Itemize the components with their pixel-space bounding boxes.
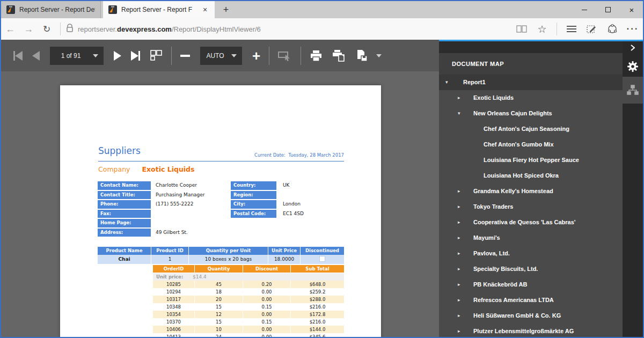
forward-icon[interactable]: → <box>19 24 38 35</box>
collapse-panel-chevron-icon[interactable] <box>623 42 643 53</box>
orders-table: OrderID Quantity Discount Sub Total Unit… <box>153 265 344 338</box>
web-note-icon[interactable] <box>582 20 602 38</box>
address-bar: ← → ↻ reportserver.devexpress.com/Report… <box>1 18 643 40</box>
tree-expand-icon[interactable]: ▾ <box>458 106 460 121</box>
next-page-button[interactable] <box>114 46 121 65</box>
docmap-item[interactable]: ▸Pavlova, Ltd. <box>439 246 623 261</box>
column-header: Sub Total <box>291 265 344 273</box>
field-label: Home Page: <box>98 219 151 227</box>
settings-gear-icon[interactable] <box>623 56 643 77</box>
field-label: Postal Code: <box>231 210 276 218</box>
tab-close-icon[interactable]: × <box>201 5 209 14</box>
report-server-favicon <box>108 5 117 14</box>
tree-expand-icon[interactable]: ▸ <box>458 261 460 277</box>
previous-page-button[interactable] <box>32 46 40 65</box>
document-map-header: DOCUMENT MAP <box>439 53 623 75</box>
column-header: Discount <box>243 265 291 273</box>
docmap-item[interactable]: ▸Grandma Kelly's Homestead <box>439 183 623 199</box>
refresh-icon[interactable]: ↻ <box>38 24 56 35</box>
reading-view-icon[interactable] <box>511 20 532 38</box>
page-selector-dropdown[interactable]: 1 of 91 <box>50 47 104 65</box>
tree-expand-icon[interactable]: ▸ <box>458 308 460 324</box>
field-label: Address: <box>98 229 151 237</box>
docmap-item[interactable]: ▸Specialty Biscuits, Ltd. <box>439 261 623 277</box>
url-text[interactable]: reportserver.devexpress.com/Report/Displ… <box>78 25 261 33</box>
divider <box>269 47 269 65</box>
unit-price-label: Unit price: <box>153 273 193 281</box>
unit-price-value: $14.4 <box>193 273 207 281</box>
column-header: Unit Price <box>268 247 301 255</box>
order-row: 10348150.15$216.0 <box>153 303 344 311</box>
chevron-down-icon <box>231 54 237 57</box>
tree-expand-icon[interactable]: ▸ <box>458 324 460 338</box>
docmap-item[interactable]: Chef Anton's Gumbo Mix <box>439 137 623 152</box>
docmap-item[interactable]: Chef Anton's Cajun Seasoning <box>439 121 623 137</box>
docmap-item[interactable]: Louisiana Fiery Hot Pepper Sauce <box>439 152 623 168</box>
tree-expand-icon[interactable]: ▸ <box>458 199 460 215</box>
multipage-view-icon[interactable] <box>150 46 163 65</box>
share-icon[interactable] <box>602 20 623 38</box>
tree-expand-icon[interactable]: ▸ <box>458 230 460 246</box>
column-header: Discontinued <box>301 247 344 255</box>
docmap-item[interactable]: ▾New Orleans Cajun Delights <box>439 106 623 121</box>
export-document-button[interactable] <box>356 46 382 65</box>
tree-expand-icon[interactable]: ▾ <box>445 75 448 90</box>
order-row: 10317200.00$288.0 <box>153 296 344 303</box>
docmap-item[interactable]: ▸Tokyo Traders <box>439 199 623 215</box>
field-value: UK <box>283 181 342 190</box>
print-page-button[interactable] <box>332 46 346 65</box>
docmap-item[interactable]: ▸Exotic Liquids <box>439 90 623 106</box>
browser-tab-active[interactable]: Report Server - Report F × <box>103 1 215 18</box>
docmap-item[interactable]: ▸Plutzer Lebensmittelgroßmärkte AG <box>439 324 623 338</box>
zoom-in-button[interactable]: + <box>252 46 260 65</box>
back-icon[interactable]: ← <box>1 24 19 35</box>
zoom-out-button[interactable] <box>180 46 190 65</box>
tree-expand-icon[interactable]: ▸ <box>458 215 460 230</box>
docmap-item-report1[interactable]: ▾Report1 <box>439 75 623 90</box>
docmap-item[interactable]: ▸Heli Süßwaren GmbH & Co. KG <box>439 308 623 324</box>
tree-expand-icon[interactable]: ▸ <box>458 246 460 261</box>
browser-tab-inactive[interactable]: Report Server - Report Deta <box>1 1 101 18</box>
docmap-item[interactable]: ▸Cooperativa de Quesos 'Las Cabras' <box>439 215 623 230</box>
order-rows: 10285450.20$648.0 10294180.00$259.2 1031… <box>153 281 344 338</box>
cell: 1 <box>151 255 189 264</box>
hub-icon[interactable] <box>561 20 582 38</box>
docmap-item[interactable]: ▸Refrescos Americanas LTDA <box>439 292 623 308</box>
docmap-item[interactable]: ▸PB Knäckebröd AB <box>439 277 623 292</box>
docmap-item[interactable]: ▸Mayumi's <box>439 230 623 246</box>
contact-labels-left: Contact Name: Contact Title: Phone: Fax:… <box>98 181 151 238</box>
zoom-selector-dropdown[interactable]: AUTO <box>200 47 242 65</box>
more-actions-icon[interactable]: ··· <box>623 20 643 38</box>
contact-values-right: UK London EC1 4SD <box>283 181 342 219</box>
title-bar: Report Server - Report Deta Report Serve… <box>1 1 643 18</box>
tree-expand-icon[interactable]: ▸ <box>458 292 460 308</box>
window-minimize-button[interactable] <box>572 1 597 18</box>
cell: 10 boxes x 20 bags <box>189 255 268 264</box>
field-label: Region: <box>231 191 276 200</box>
print-button[interactable] <box>310 46 323 65</box>
first-page-button[interactable] <box>13 46 23 65</box>
product-table-header: Product Name Product ID Quantity per Uni… <box>98 247 344 255</box>
window-maximize-button[interactable] <box>596 1 620 18</box>
tree-expand-icon[interactable]: ▸ <box>458 90 460 106</box>
field-label: Phone: <box>98 200 151 209</box>
panel-top-strip <box>439 41 623 53</box>
highlight-editing-fields-icon[interactable] <box>278 46 292 65</box>
column-header: Quantity <box>195 265 243 273</box>
document-map-tab-icon[interactable] <box>623 77 643 104</box>
docmap-item[interactable]: Louisiana Hot Spiced Okra <box>439 168 623 183</box>
last-page-button[interactable] <box>131 46 140 65</box>
side-icon-strip <box>623 41 643 338</box>
column-header: OrderID <box>153 265 195 273</box>
order-row: 10294180.00$259.2 <box>153 288 344 296</box>
tree-expand-icon[interactable]: ▸ <box>458 277 460 292</box>
new-tab-button[interactable]: + <box>217 1 235 18</box>
report-viewer-surface: Suppliers Current Date: Tuesday, 28 Marc… <box>1 71 439 338</box>
unit-price-row: Unit price: $14.4 <box>153 273 344 281</box>
discontinued-checkbox <box>319 256 325 262</box>
favorites-star-icon[interactable]: ☆ <box>532 20 552 38</box>
field-label: Contact Title: <box>98 191 151 200</box>
window-close-button[interactable]: × <box>619 1 644 18</box>
tree-expand-icon[interactable]: ▸ <box>458 183 460 199</box>
divider <box>301 47 301 65</box>
